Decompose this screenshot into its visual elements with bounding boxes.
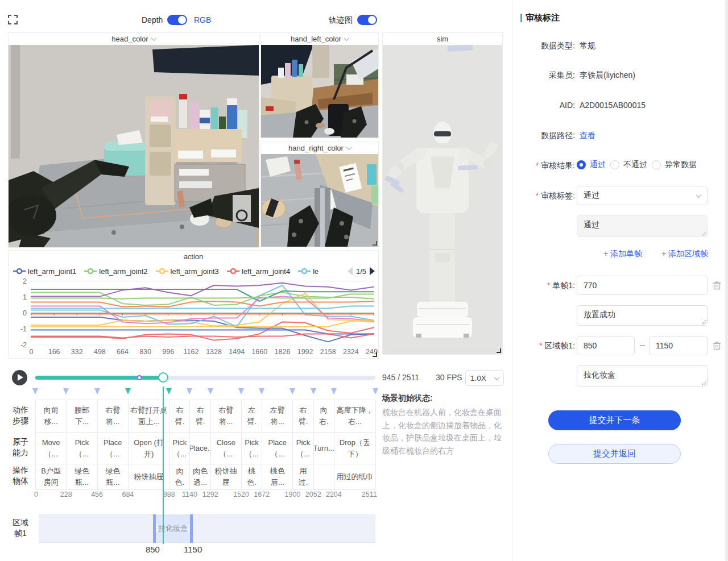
region-frame-note-text: 拉化妆盒 — [584, 370, 615, 379]
review-result-option[interactable]: 不通过 — [610, 160, 647, 170]
sim-viewport[interactable] — [383, 45, 502, 354]
region-frame-track[interactable]: 拉化妆盒 — [39, 514, 375, 543]
region-right-grip[interactable] — [188, 524, 189, 533]
step-cell: 绿色瓶... — [98, 464, 129, 490]
radio-icon — [577, 160, 586, 169]
timeline-marker[interactable] — [125, 388, 131, 394]
review-tag-select[interactable]: 通过 — [577, 186, 708, 205]
region-frame-block[interactable]: 拉化妆盒 — [153, 514, 193, 543]
legend-item[interactable]: left_arm_joint2 — [84, 267, 147, 276]
legend-item[interactable]: left_arm_joint3 — [156, 267, 219, 276]
head-camera-title: head_color — [111, 35, 148, 43]
step-cell: Pick（... — [169, 433, 190, 464]
review-result-option[interactable]: 异常数据 — [652, 160, 697, 170]
resize-grip-icon[interactable] — [701, 380, 706, 385]
step-cell: 高度下降，右... — [334, 400, 376, 433]
depth-rgb-toggle[interactable] — [167, 15, 187, 25]
region-frame-range-labels: 850 1150 — [39, 545, 375, 556]
playback-slider[interactable] — [35, 376, 375, 380]
resize-corner-icon[interactable] — [373, 352, 377, 357]
frame-axis-tick: 2511 — [362, 491, 377, 498]
submit-next-button[interactable]: 提交并下一条 — [548, 410, 681, 430]
review-tag-note-text: 通过 — [584, 220, 599, 229]
delete-region-frame-icon[interactable] — [713, 341, 721, 350]
timeline-marker[interactable] — [259, 388, 264, 394]
data-path-link[interactable]: 查看 — [580, 131, 595, 141]
radio-label: 异常数据 — [665, 160, 697, 170]
timeline-marker[interactable] — [373, 388, 378, 394]
timeline-marker[interactable] — [94, 388, 100, 394]
submit-back-button[interactable]: 提交并返回 — [548, 444, 681, 464]
timeline-marker[interactable] — [238, 388, 244, 394]
single-frame-note-text: 放置成功 — [584, 310, 615, 319]
resize-corner-icon[interactable] — [497, 348, 501, 353]
single-frame-dot[interactable] — [137, 375, 142, 380]
review-tag-note[interactable]: 通过 — [577, 215, 708, 237]
legend-next-icon[interactable] — [370, 267, 375, 275]
legend-item[interactable]: le — [298, 267, 318, 276]
timeline-marker[interactable] — [187, 388, 192, 394]
play-button[interactable] — [12, 370, 27, 385]
hand-right-camera-title: hand_right_color — [288, 144, 344, 152]
single-frame-note[interactable]: 放置成功 — [577, 305, 708, 326]
sim-robot-scene — [383, 45, 502, 354]
hand-right-camera-header[interactable]: hand_right_color — [261, 142, 378, 154]
review-result-label: 审核结果: — [512, 161, 575, 171]
head-camera-scene — [9, 45, 259, 247]
fullscreen-icon[interactable] — [8, 15, 18, 24]
timeline-marker[interactable] — [289, 388, 295, 394]
resize-grip-icon[interactable] — [701, 319, 706, 325]
region-start-input[interactable] — [577, 336, 635, 355]
region-end-input[interactable] — [649, 336, 708, 355]
svg-text:1494: 1494 — [229, 348, 245, 356]
hand-left-camera-image — [261, 45, 378, 138]
slider-handle[interactable] — [158, 372, 168, 383]
slider-fill — [35, 376, 163, 380]
region-frame-note[interactable]: 拉化妆盒 — [577, 365, 708, 387]
timeline-marker[interactable] — [32, 388, 38, 394]
frame-axis-tick: 228 — [60, 491, 72, 498]
play-icon — [18, 374, 23, 381]
svg-text:332: 332 — [71, 348, 83, 356]
step-cell: Close（... — [211, 433, 242, 464]
sim-title: sim — [437, 35, 448, 43]
review-result-option[interactable]: 通过 — [577, 160, 606, 170]
head-camera-header[interactable]: head_color — [9, 33, 259, 45]
single-frame-label: 单帧1: — [512, 281, 575, 291]
action-chart-svg: 210-1-2016633249866483099611621328149416… — [9, 278, 378, 358]
frame-axis-tick: 456 — [91, 491, 103, 498]
step-cell: 桃色. — [242, 464, 262, 490]
add-region-frame-link[interactable]: + 添加区域帧 — [661, 249, 708, 259]
single-frame-input[interactable] — [577, 276, 708, 295]
resize-corner-icon[interactable] — [373, 241, 377, 246]
timeline-marker[interactable] — [331, 388, 337, 394]
resize-grip-icon[interactable] — [701, 231, 706, 236]
timeline-marker[interactable] — [208, 388, 213, 394]
chevron-down-icon — [346, 144, 351, 150]
review-result-radio-group: 通过不通过异常数据 — [577, 160, 697, 170]
region-left-grip[interactable] — [156, 524, 158, 533]
action-chart[interactable]: 210-1-2016633249866483099611621328149416… — [9, 278, 378, 358]
add-single-frame-link[interactable]: + 添加单帧 — [603, 249, 642, 259]
svg-text:2: 2 — [23, 278, 27, 285]
trajectory-toggle[interactable] — [357, 15, 377, 25]
legend-prev-icon[interactable] — [348, 267, 353, 275]
svg-text:166: 166 — [48, 348, 60, 356]
legend-item[interactable]: left_arm_joint1 — [13, 267, 76, 276]
current-frame-line[interactable] — [163, 387, 164, 544]
panel-scrollbar[interactable] — [725, 0, 728, 561]
legend-item-label: left_arm_joint2 — [99, 267, 147, 276]
svg-text:1162: 1162 — [183, 348, 198, 356]
legend-item[interactable]: left_arm_joint4 — [227, 267, 290, 276]
radio-label: 不通过 — [623, 160, 647, 170]
step-cell: Place（... — [98, 433, 129, 464]
hand-left-camera-header[interactable]: hand_left_color — [261, 33, 378, 45]
step-cell: Move（... — [36, 433, 67, 464]
timeline-marker[interactable] — [311, 388, 316, 394]
timeline-marker[interactable] — [166, 388, 172, 394]
speed-select[interactable]: 1.0X — [465, 370, 504, 386]
frame-axis-tick: 1292 — [202, 491, 218, 498]
timeline-marker[interactable] — [63, 388, 69, 394]
delete-single-frame-icon[interactable] — [713, 281, 721, 290]
sim-header: sim — [383, 33, 502, 45]
